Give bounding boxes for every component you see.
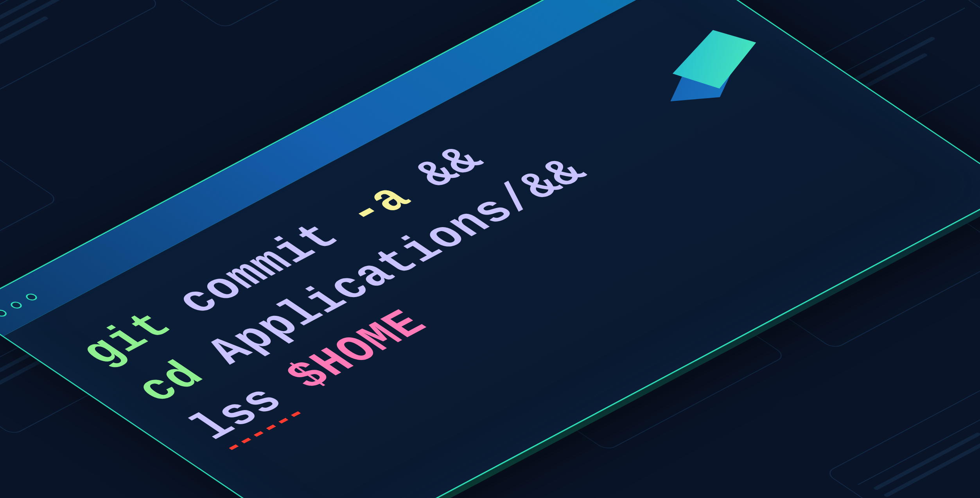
terminal-window: git commit -a && cd Applications/&& lss …	[0, 0, 980, 498]
traffic-light-maximize-icon[interactable]	[23, 292, 39, 301]
traffic-light-close-icon[interactable]	[0, 308, 9, 318]
stage: git commit -a && cd Applications/&& lss …	[99, 54, 881, 444]
traffic-lights	[0, 292, 39, 318]
isometric-wrapper: git commit -a && cd Applications/&& lss …	[0, 0, 980, 498]
traffic-light-minimize-icon[interactable]	[8, 300, 24, 310]
